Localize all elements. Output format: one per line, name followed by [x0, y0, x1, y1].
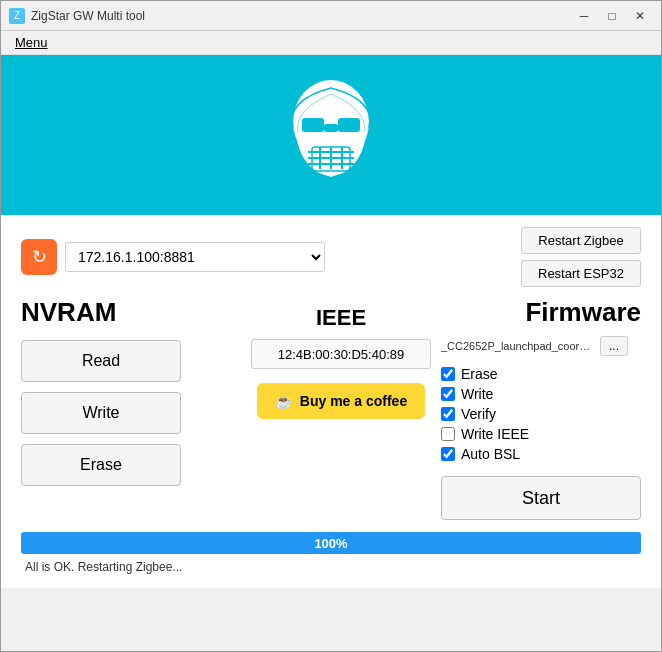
checkbox-write-input[interactable] [441, 387, 455, 401]
svg-line-12 [354, 178, 358, 190]
checkbox-erase-label: Erase [461, 366, 498, 382]
address-dropdown[interactable]: 172.16.1.100:8881 [65, 242, 325, 272]
top-row: ↻ 172.16.1.100:8881 Restart Zigbee Resta… [21, 227, 641, 287]
ieee-section: IEEE ☕ Buy me a coffee [241, 305, 441, 419]
refresh-icon: ↻ [32, 246, 47, 268]
firmware-title: Firmware [441, 297, 641, 328]
svg-rect-1 [302, 118, 324, 132]
left-controls: ↻ 172.16.1.100:8881 [21, 239, 325, 275]
progress-bar-fill: 100% [21, 532, 641, 554]
checkbox-verify-label: Verify [461, 406, 496, 422]
progress-section: 100% All is OK. Restarting Zigbee... [21, 532, 641, 576]
checkbox-write[interactable]: Write [441, 386, 641, 402]
svg-rect-3 [324, 124, 338, 132]
progress-label: 100% [314, 536, 347, 551]
status-text: All is OK. Restarting Zigbee... [21, 558, 641, 576]
firmware-checkboxes: Erase Write Verify Write IEEE Auto BSL [441, 366, 641, 462]
title-bar-text: ZigStar GW Multi tool [31, 9, 145, 23]
coffee-label: Buy me a coffee [300, 393, 407, 409]
read-button[interactable]: Read [21, 340, 181, 382]
write-button[interactable]: Write [21, 392, 181, 434]
nvram-section: NVRAM Read Write Erase [21, 297, 241, 496]
checkbox-auto-bsl[interactable]: Auto BSL [441, 446, 641, 462]
ieee-input[interactable] [251, 339, 431, 369]
app-icon: Z [9, 8, 25, 24]
sections-row: NVRAM Read Write Erase IEEE ☕ Buy me a c… [21, 297, 641, 520]
svg-line-11 [304, 178, 308, 190]
header-banner [1, 55, 661, 215]
coffee-button[interactable]: ☕ Buy me a coffee [257, 383, 425, 419]
title-bar: Z ZigStar GW Multi tool ─ □ ✕ [1, 1, 661, 31]
start-button[interactable]: Start [441, 476, 641, 520]
checkbox-write-label: Write [461, 386, 493, 402]
checkbox-auto-bsl-label: Auto BSL [461, 446, 520, 462]
checkbox-write-ieee[interactable]: Write IEEE [441, 426, 641, 442]
title-bar-left: Z ZigStar GW Multi tool [9, 8, 145, 24]
minimize-button[interactable]: ─ [571, 6, 597, 26]
menu-item-menu[interactable]: Menu [9, 33, 54, 52]
firmware-section: Firmware _CC2652P_launchpad_coordinator_… [441, 297, 641, 520]
checkbox-write-ieee-input[interactable] [441, 427, 455, 441]
coffee-icon: ☕ [275, 393, 292, 409]
checkbox-write-ieee-label: Write IEEE [461, 426, 529, 442]
checkbox-auto-bsl-input[interactable] [441, 447, 455, 461]
firmware-file-row: _CC2652P_launchpad_coordinator_20240710.… [441, 336, 641, 356]
erase-button[interactable]: Erase [21, 444, 181, 486]
main-content: ↻ 172.16.1.100:8881 Restart Zigbee Resta… [1, 215, 661, 588]
checkbox-erase[interactable]: Erase [441, 366, 641, 382]
svg-rect-2 [338, 118, 360, 132]
svg-rect-13 [316, 182, 346, 194]
ieee-title: IEEE [241, 305, 441, 331]
browse-button[interactable]: ... [600, 336, 628, 356]
firmware-filename: _CC2652P_launchpad_coordinator_20240710.… [441, 340, 596, 352]
logo-image [266, 70, 396, 200]
restart-esp32-button[interactable]: Restart ESP32 [521, 260, 641, 287]
checkbox-verify[interactable]: Verify [441, 406, 641, 422]
menu-bar: Menu [1, 31, 661, 55]
checkbox-erase-input[interactable] [441, 367, 455, 381]
title-bar-controls: ─ □ ✕ [571, 6, 653, 26]
progress-bar-container: 100% [21, 532, 641, 554]
nvram-title: NVRAM [21, 297, 241, 328]
refresh-button[interactable]: ↻ [21, 239, 57, 275]
checkbox-verify-input[interactable] [441, 407, 455, 421]
close-button[interactable]: ✕ [627, 6, 653, 26]
maximize-button[interactable]: □ [599, 6, 625, 26]
restart-zigbee-button[interactable]: Restart Zigbee [521, 227, 641, 254]
right-buttons: Restart Zigbee Restart ESP32 [521, 227, 641, 287]
